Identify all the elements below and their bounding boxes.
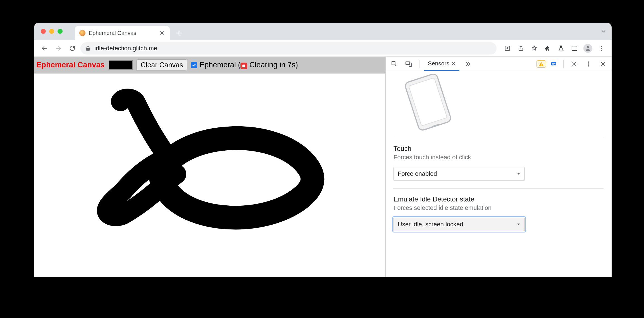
touch-desc: Forces touch instead of click — [393, 154, 604, 161]
svg-rect-16 — [552, 64, 554, 65]
labs-icon[interactable] — [555, 42, 567, 54]
svg-point-17 — [573, 63, 575, 65]
svg-point-8 — [601, 50, 602, 51]
idle-select[interactable]: User idle, screen locked — [393, 218, 525, 231]
svg-rect-14 — [551, 62, 556, 65]
svg-rect-13 — [541, 65, 542, 66]
bookmark-star-icon[interactable] — [528, 42, 540, 54]
idle-desc: Forces selected idle state emulation — [393, 204, 604, 212]
window-controls — [41, 29, 63, 34]
close-tab-icon[interactable] — [159, 31, 165, 35]
touch-section: Touch Forces touch instead of click Forc… — [393, 138, 604, 188]
fullscreen-window-button[interactable] — [58, 29, 63, 34]
devtools-panel: Sensors — [385, 57, 612, 277]
svg-rect-22 — [409, 78, 447, 126]
dropdown-caret-icon — [517, 222, 521, 226]
ephemeral-label: Ephemeral ( Clearing in 7s) — [199, 61, 298, 69]
devtools-content: Touch Forces touch instead of click Forc… — [386, 71, 612, 277]
touch-title: Touch — [393, 145, 604, 153]
ephemeral-control: Ephemeral ( Clearing in 7s) — [191, 61, 298, 69]
devtools-tab-label: Sensors — [428, 60, 449, 67]
svg-rect-0 — [86, 48, 90, 51]
app-title: Ephemeral Canvas — [36, 61, 105, 69]
tab-strip: Ephemeral Canvas — [34, 23, 612, 40]
back-button[interactable] — [39, 42, 50, 54]
new-tab-button[interactable] — [173, 27, 185, 39]
toolbar-right-icons — [502, 42, 607, 54]
svg-rect-3 — [572, 46, 577, 51]
drawing-canvas[interactable] — [34, 73, 385, 277]
close-devtools-icon[interactable] — [597, 58, 609, 70]
idle-section: Emulate Idle Detector state Forces selec… — [393, 188, 604, 239]
svg-point-18 — [588, 61, 589, 63]
svg-rect-12 — [541, 63, 542, 65]
devtools-tab-bar: Sensors — [386, 57, 612, 71]
dropdown-caret-icon — [517, 172, 521, 176]
idle-select-value: User idle, screen locked — [398, 221, 463, 228]
profile-avatar[interactable] — [582, 42, 594, 54]
clear-canvas-button[interactable]: Clear Canvas — [137, 60, 187, 70]
svg-rect-15 — [552, 63, 555, 64]
svg-point-19 — [588, 63, 589, 65]
touch-select-value: Force enabled — [398, 170, 437, 177]
address-bar[interactable]: idle-detection.glitch.me — [80, 42, 497, 54]
kebab-menu-icon[interactable] — [595, 42, 607, 54]
web-page: Ephemeral Canvas Clear Canvas Ephemeral … — [34, 57, 385, 277]
svg-point-7 — [601, 48, 602, 49]
forward-button[interactable] — [53, 42, 64, 54]
svg-point-20 — [588, 65, 589, 67]
browser-tab[interactable]: Ephemeral Canvas — [75, 26, 170, 40]
lock-icon — [85, 46, 90, 51]
share-icon[interactable] — [515, 42, 527, 54]
siren-icon — [240, 63, 247, 69]
devtools-tab-sensors[interactable]: Sensors — [424, 57, 459, 71]
app-toolbar: Ephemeral Canvas Clear Canvas Ephemeral … — [34, 57, 385, 73]
browser-window: Ephemeral Canvas idle-detection.glitch.m… — [34, 23, 612, 277]
ephemeral-checkbox[interactable] — [191, 62, 197, 68]
inspect-icon[interactable] — [388, 58, 400, 70]
install-app-icon[interactable] — [502, 42, 513, 54]
tab-title: Ephemeral Canvas — [89, 30, 155, 36]
extensions-icon[interactable] — [542, 42, 554, 54]
minimize-window-button[interactable] — [49, 29, 54, 34]
close-window-button[interactable] — [41, 29, 46, 34]
more-tabs-icon[interactable] — [462, 58, 474, 70]
url-text: idle-detection.glitch.me — [94, 45, 157, 52]
tab-overflow-icon[interactable] — [600, 28, 607, 34]
favicon-icon — [79, 30, 85, 36]
idle-title: Emulate Idle Detector state — [393, 195, 604, 203]
svg-point-5 — [587, 46, 589, 48]
reload-button[interactable] — [66, 42, 78, 54]
content-area: Ephemeral Canvas Clear Canvas Ephemeral … — [34, 57, 612, 277]
settings-gear-icon[interactable] — [568, 58, 580, 70]
warnings-badge[interactable] — [536, 60, 546, 68]
device-toggle-icon[interactable] — [403, 58, 415, 70]
color-swatch[interactable] — [109, 60, 133, 70]
touch-select[interactable]: Force enabled — [393, 167, 525, 181]
orientation-preview — [396, 71, 604, 133]
side-panel-icon[interactable] — [569, 42, 580, 54]
messages-badge[interactable] — [549, 61, 559, 67]
devtools-kebab-icon[interactable] — [583, 58, 594, 70]
close-panel-icon[interactable] — [452, 61, 455, 65]
svg-point-6 — [601, 46, 602, 47]
browser-toolbar: idle-detection.glitch.me — [34, 40, 612, 57]
